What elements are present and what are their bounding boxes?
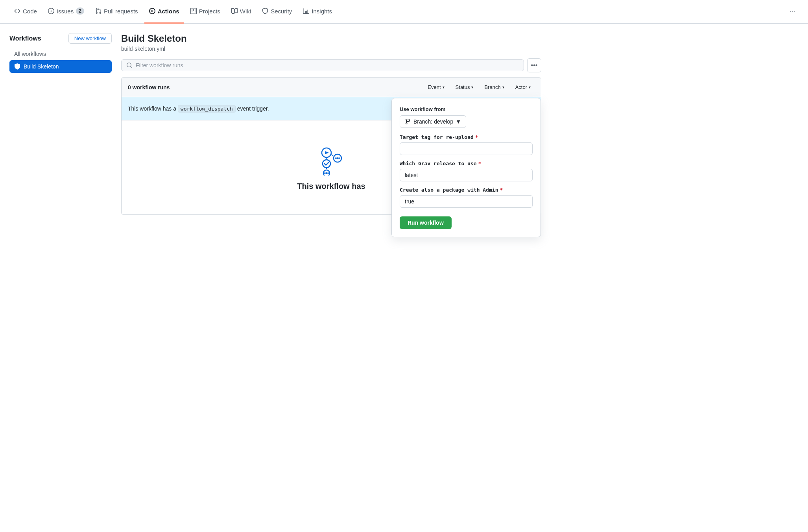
runs-container: 0 workflow runs Event ▾ Status ▾ Branch bbox=[121, 77, 541, 215]
issues-icon bbox=[48, 8, 54, 14]
svg-point-1 bbox=[323, 160, 330, 168]
svg-point-9 bbox=[335, 157, 337, 159]
nav-item-projects[interactable]: Projects bbox=[186, 0, 225, 24]
filter-input-wrap[interactable] bbox=[121, 59, 524, 71]
popup-run-workflow-button[interactable]: Run workflow bbox=[400, 216, 452, 229]
projects-icon bbox=[190, 8, 197, 14]
popup-field2-label: Which Grav release to use * bbox=[400, 161, 533, 166]
sidebar-all-workflows[interactable]: All workflows bbox=[9, 48, 112, 59]
code-icon bbox=[14, 8, 20, 14]
actor-filter-dropdown[interactable]: Actor ▾ bbox=[511, 82, 535, 92]
nav-item-pull-requests[interactable]: Pull requests bbox=[90, 0, 143, 24]
popup-field3-input[interactable] bbox=[400, 195, 533, 208]
popup-field3-label: Create also a package with Admin * bbox=[400, 187, 533, 193]
filter-bar: ••• bbox=[121, 58, 541, 72]
popup-field1-input[interactable] bbox=[400, 142, 533, 155]
nav-more-button[interactable]: ··· bbox=[786, 6, 799, 18]
runs-filters: Event ▾ Status ▾ Branch ▾ Actor bbox=[424, 82, 535, 92]
nav-item-actions[interactable]: Actions bbox=[144, 0, 184, 24]
field1-required-star: * bbox=[475, 134, 478, 140]
svg-point-3 bbox=[324, 172, 326, 174]
svg-point-10 bbox=[337, 157, 338, 159]
popup-branch-select[interactable]: Branch: develop ▼ bbox=[400, 115, 466, 128]
nav-projects-label: Projects bbox=[199, 8, 220, 15]
empty-state-icon bbox=[315, 144, 347, 175]
nav-code-label: Code bbox=[23, 8, 37, 15]
field3-required-star: * bbox=[500, 187, 503, 193]
nav-item-security[interactable]: Security bbox=[257, 0, 297, 24]
trigger-code: workflow_dispatch bbox=[178, 105, 236, 113]
security-icon bbox=[262, 8, 268, 14]
popup-field2-input[interactable] bbox=[400, 169, 533, 181]
sidebar-item-build-skeleton[interactable]: Build Skeleton bbox=[9, 60, 112, 73]
nav-insights-label: Insights bbox=[312, 8, 332, 15]
trigger-text: This workflow has a workflow_dispatch ev… bbox=[128, 105, 269, 112]
main-layout: Workflows New workflow All workflows Bui… bbox=[0, 24, 551, 224]
page-wrapper: Code Issues 2 Pull requests Actions bbox=[0, 0, 808, 532]
nav-item-insights[interactable]: Insights bbox=[298, 0, 337, 24]
nav-item-issues[interactable]: Issues 2 bbox=[43, 0, 89, 24]
popup-section-label: Use workflow from bbox=[400, 106, 533, 112]
status-filter-dropdown[interactable]: Status ▾ bbox=[452, 82, 478, 92]
nav-item-wiki[interactable]: Wiki bbox=[227, 0, 256, 24]
branch-chevron-icon: ▾ bbox=[502, 85, 504, 89]
event-chevron-icon: ▾ bbox=[443, 85, 445, 89]
status-chevron-icon: ▾ bbox=[471, 85, 473, 89]
sidebar-workflow-label: Build Skeleton bbox=[24, 63, 59, 70]
branch-filter-dropdown[interactable]: Branch ▾ bbox=[480, 82, 508, 92]
runs-count: 0 workflow runs bbox=[128, 84, 170, 91]
issues-badge: 2 bbox=[76, 7, 84, 15]
pull-requests-icon bbox=[95, 8, 101, 14]
popup-branch-chevron-icon: ▼ bbox=[456, 118, 461, 125]
page-subtitle: build-skeleton.yml bbox=[121, 46, 541, 52]
sidebar-title: Workflows bbox=[9, 35, 41, 42]
popup-panel: Use workflow from Branch: develop ▼ Targ… bbox=[391, 98, 541, 237]
content-area: Build Skeleton build-skeleton.yml ••• bbox=[121, 33, 541, 215]
search-icon bbox=[126, 62, 133, 68]
run-workflow-popup: Use workflow from Branch: develop ▼ Targ… bbox=[391, 98, 541, 237]
popup-branch-label: Branch: develop bbox=[413, 118, 453, 125]
field2-required-star: * bbox=[478, 161, 481, 166]
nav-actions-label: Actions bbox=[158, 8, 179, 15]
svg-point-4 bbox=[326, 172, 327, 174]
svg-point-5 bbox=[327, 172, 329, 174]
new-workflow-button[interactable]: New workflow bbox=[68, 33, 112, 44]
nav-item-code[interactable]: Code bbox=[9, 0, 42, 24]
nav-security-label: Security bbox=[271, 8, 292, 15]
popup-field1-label: Target tag for re-upload * bbox=[400, 134, 533, 140]
event-filter-dropdown[interactable]: Event ▾ bbox=[424, 82, 448, 92]
sidebar-header: Workflows New workflow bbox=[9, 33, 112, 44]
actor-chevron-icon: ▾ bbox=[529, 85, 531, 89]
nav-issues-label: Issues bbox=[57, 8, 74, 15]
filter-more-button[interactable]: ••• bbox=[527, 58, 541, 72]
insights-icon bbox=[303, 8, 309, 14]
svg-point-11 bbox=[338, 157, 340, 159]
wiki-icon bbox=[231, 8, 238, 14]
sidebar: Workflows New workflow All workflows Bui… bbox=[9, 33, 112, 215]
branch-icon bbox=[405, 118, 411, 125]
nav-pr-label: Pull requests bbox=[104, 8, 138, 15]
actions-icon bbox=[149, 8, 155, 14]
filter-workflow-runs-input[interactable] bbox=[136, 62, 519, 68]
page-title: Build Skeleton bbox=[121, 33, 541, 44]
nav-wiki-label: Wiki bbox=[240, 8, 251, 15]
top-nav: Code Issues 2 Pull requests Actions bbox=[0, 0, 808, 24]
workflow-icon bbox=[14, 63, 20, 70]
runs-header: 0 workflow runs Event ▾ Status ▾ Branch bbox=[122, 78, 541, 97]
